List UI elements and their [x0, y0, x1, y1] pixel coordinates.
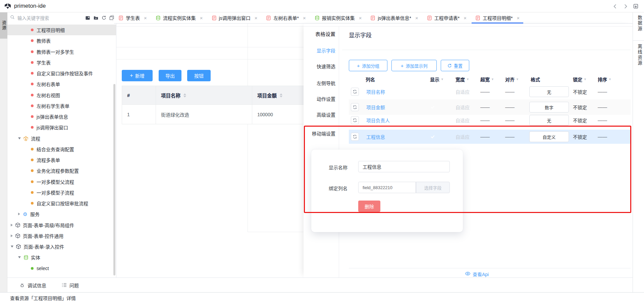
tree-item-页面-表单-录入控件[interactable]: 页面-表单-录入控件	[7, 241, 116, 252]
tab-报销实例实体集[interactable]: 报销实例实体集×	[310, 12, 366, 23]
settings-menu-显示字段[interactable]: 显示字段	[304, 47, 335, 54]
close-tab-icon[interactable]: ×	[415, 15, 418, 21]
tree-item-页面-表单-高级/布局组件[interactable]: 页面-表单-高级/布局组件	[7, 220, 116, 230]
field-row-工程信息[interactable]: 工程信息自适应————自定义不锁定——	[349, 130, 631, 144]
field-name-link[interactable]: 项目金额	[364, 104, 428, 111]
tab-工程申请表[interactable]: 工程申请表*×	[423, 12, 471, 23]
添加分组-button[interactable]: +添加分组	[349, 60, 387, 71]
bottom-item-问题[interactable]: 问题	[62, 282, 79, 289]
right-rail-tab-数据源[interactable]: 数据源	[636, 15, 643, 32]
fields-column-header-超宽[interactable]: 超宽▼	[478, 76, 503, 83]
field-row-项目名称[interactable]: 项目名称自适应————无不锁定——	[349, 84, 631, 99]
sync-field-button[interactable]	[351, 88, 359, 96]
tree-item-js弹出表单信息[interactable]: js弹出表单信息	[7, 111, 116, 122]
resources-rail-tab[interactable]: 资源	[0, 12, 7, 39]
collapse-arrow-icon[interactable]	[18, 137, 21, 139]
tree-item-结合业务查询配置[interactable]: 结合业务查询配置	[7, 144, 116, 155]
tree-item-自定义窗口操作按钮及事件[interactable]: 自定义窗口操作按钮及事件	[7, 68, 116, 79]
field-name-link[interactable]: 工程信息	[364, 133, 428, 140]
format-select[interactable]: 自定义	[529, 131, 569, 142]
settings-menu-左侧导航[interactable]: 左侧导航	[304, 80, 335, 86]
refresh-icon[interactable]	[102, 15, 106, 20]
tab-流程实例实体集[interactable]: 流程实例实体集×	[151, 12, 207, 23]
tree-item-工程项目明细[interactable]: 工程项目明细	[7, 25, 116, 35]
添加显示列-button[interactable]: +添加显示列	[391, 60, 437, 71]
close-tab-icon[interactable]: ×	[359, 15, 362, 21]
close-tab-icon[interactable]: ×	[517, 15, 520, 21]
field-name-link[interactable]: 项目名称	[364, 88, 428, 95]
close-tab-icon[interactable]: ×	[200, 15, 203, 21]
tree-item-js调用弹出窗口[interactable]: js调用弹出窗口	[7, 122, 116, 133]
right-rail-tab-离线资源[interactable]: 离线资源	[636, 44, 643, 66]
collapse-all-icon[interactable]	[109, 15, 114, 20]
collapse-arrow-icon[interactable]	[11, 246, 13, 248]
expand-arrow-icon[interactable]	[11, 234, 13, 237]
tree-item-自定义窗口按钮审批流程[interactable]: 自定义窗口按钮审批流程	[7, 198, 116, 209]
tree-item-左树右学生表单[interactable]: 左树右学生表单	[7, 100, 116, 111]
settings-menu-移动端设置[interactable]: 移动端设置	[304, 130, 335, 137]
tab-js弹出表单信息[interactable]: js弹出表单信息*×	[366, 12, 422, 23]
collapse-arrow-icon[interactable]	[18, 256, 21, 258]
tab-左树右表单[interactable]: 左树右表单*×	[262, 12, 310, 23]
tree-item-流程[interactable]: 流程	[7, 133, 116, 144]
view-api-link[interactable]: 查看Api	[465, 271, 489, 277]
save-layout-icon[interactable]	[633, 3, 639, 9]
close-tab-icon[interactable]: ×	[303, 15, 306, 21]
tree-item-流程多表单[interactable]: 流程多表单	[7, 155, 116, 165]
tree-item-页面-表单-控件通用[interactable]: 页面-表单-控件通用	[7, 230, 116, 241]
fields-column-header-显示[interactable]: 显示▼	[428, 76, 453, 83]
tree-item-教师表[interactable]: 教师表	[7, 35, 116, 46]
sidebar-scrollbar[interactable]	[113, 84, 115, 275]
tree-item-教师表一对多学生[interactable]: 教师表一对多学生	[7, 46, 116, 57]
format-select[interactable]: 数字	[529, 102, 569, 113]
field-name-link[interactable]: 项目负责人	[364, 117, 428, 124]
format-select[interactable]: 无	[529, 115, 569, 126]
close-tab-icon[interactable]: ×	[144, 15, 147, 21]
expand-arrow-icon[interactable]	[11, 224, 13, 226]
tree-item-实体[interactable]: 实体	[7, 252, 116, 263]
history-back-icon[interactable]	[612, 3, 618, 9]
delete-button[interactable]: 删除	[358, 201, 380, 212]
tree-item-学生表[interactable]: 学生表	[7, 57, 116, 68]
tree-item-左树右表单[interactable]: 左树右表单	[7, 79, 116, 89]
tree-item-select[interactable]: select	[7, 263, 116, 274]
search-box[interactable]: 输入关键字搜索	[10, 14, 49, 21]
按钮-button[interactable]: 按钮	[187, 70, 211, 81]
tree-item-左树右视图[interactable]: 左树右视图	[7, 90, 116, 100]
fields-column-header-锁定[interactable]: 锁定▼	[571, 76, 596, 83]
sort-icon[interactable]	[280, 93, 282, 97]
tree-item-一对多模型父流程[interactable]: 一对多模型父流程	[7, 176, 116, 187]
sync-field-button[interactable]	[351, 133, 359, 141]
bind-column-input[interactable]: field_88322210	[358, 182, 416, 193]
import-resource-icon[interactable]	[85, 15, 90, 20]
fields-column-header-排序[interactable]: 排序▼	[596, 76, 621, 83]
column-header-project-name[interactable]: 项目名称	[156, 86, 252, 104]
sync-field-button[interactable]	[351, 116, 359, 124]
close-tab-icon[interactable]: ×	[464, 15, 467, 21]
sort-icon[interactable]	[183, 93, 186, 97]
重置-button[interactable]: 重置	[441, 60, 469, 71]
tree-item-一对多模型子流程[interactable]: 一对多模型子流程	[7, 187, 116, 198]
history-forward-icon[interactable]	[623, 3, 629, 9]
fields-column-header-宽度[interactable]: 宽度▼	[453, 76, 478, 83]
format-select[interactable]: 无	[529, 86, 569, 97]
新增-button[interactable]: +新增	[122, 70, 153, 81]
settings-menu-动作设置[interactable]: 动作设置	[304, 95, 335, 102]
select-field-button[interactable]: 选择字段	[416, 182, 450, 193]
tab-工程项目明细[interactable]: 工程项目明细*×	[471, 12, 524, 23]
expand-arrow-icon[interactable]	[18, 213, 20, 215]
tab-js调用弹出窗口[interactable]: js调用弹出窗口×	[207, 12, 262, 23]
导出-button[interactable]: 导出	[159, 70, 181, 81]
tree-item-服务[interactable]: ⚙服务	[7, 209, 116, 219]
fields-column-header-对齐[interactable]: 对齐▼	[503, 76, 529, 83]
add-folder-icon[interactable]	[93, 15, 99, 20]
close-tab-icon[interactable]: ×	[255, 15, 258, 21]
tree-item-业务化流程参数配置[interactable]: 业务化流程参数配置	[7, 165, 116, 176]
settings-menu-高级设置[interactable]: 高级设置	[304, 111, 335, 118]
tab-学生表[interactable]: 学生表×	[114, 12, 151, 23]
sync-field-button[interactable]	[351, 103, 359, 111]
display-name-input[interactable]: 工程信息	[358, 161, 450, 172]
field-row-项目金额[interactable]: 项目金额自适应————数字不锁定——	[349, 99, 631, 115]
field-row-项目负责人[interactable]: 项目负责人自适应————无不锁定——	[349, 115, 631, 125]
settings-menu-快速筛选[interactable]: 快速筛选	[304, 63, 335, 70]
